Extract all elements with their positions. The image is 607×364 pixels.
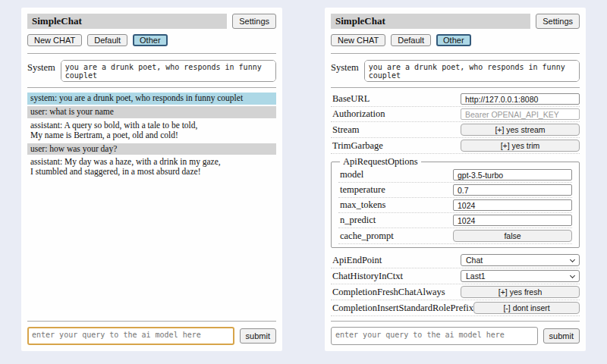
setting-label: n_predict <box>338 215 376 226</box>
setting-row-baseurl: BaseURL <box>331 92 580 107</box>
setting-label: BaseURL <box>331 93 370 105</box>
setting-label: Stream <box>331 124 359 136</box>
chat-message-user: user: how was your day? <box>27 143 276 155</box>
settings-button[interactable]: Settings <box>536 14 580 29</box>
setting-row-max-tokens: max_tokens <box>338 198 572 213</box>
settings-list: BaseURL Authorization Stream [+] yes str… <box>331 92 580 318</box>
new-chat-button[interactable]: New CHAT <box>27 34 82 46</box>
chat-history-selected-value: Last1 <box>466 271 486 281</box>
system-prompt-textarea[interactable]: you are a drunk poet, who responds in fu… <box>61 60 276 82</box>
session-toolbar: New CHAT Default Other <box>331 34 580 46</box>
divider <box>331 87 580 88</box>
query-row: submit <box>27 327 276 345</box>
app-title: SimpleChat <box>27 14 227 29</box>
page: SimpleChat Settings New CHAT Default Oth… <box>0 0 607 351</box>
completion-fresh-toggle-button[interactable]: [+] yes fresh <box>461 286 580 298</box>
chevron-down-icon <box>570 272 575 278</box>
setting-row-completion-insert-role-prefix: CompletionInsertStandardRolePrefix [-] d… <box>331 300 580 316</box>
api-endpoint-selected-value: Chat <box>466 256 483 265</box>
chat-message-user: user: what is your name <box>27 106 276 118</box>
setting-row-trimgarbage: TrimGarbage [+] yes trim <box>331 138 580 154</box>
submit-button[interactable]: submit <box>543 328 580 344</box>
session-tab-other[interactable]: Other <box>436 34 471 46</box>
setting-row-cache-prompt: cache_prompt false <box>338 228 572 244</box>
setting-row-completion-fresh-chat: CompletionFreshChatAlways [+] yes fresh <box>331 284 580 300</box>
system-prompt-row: System you are a drunk poet, who respond… <box>27 60 276 82</box>
session-toolbar: New CHAT Default Other <box>27 34 276 46</box>
model-input[interactable] <box>453 169 572 180</box>
divider <box>331 53 580 54</box>
divider <box>27 321 276 322</box>
setting-label: TrimGarbage <box>331 140 383 152</box>
setting-label: CompletionFreshChatAlways <box>331 287 445 298</box>
setting-row-temperature: temperature <box>338 183 572 198</box>
temperature-input[interactable] <box>453 184 572 196</box>
app-title: SimpleChat <box>331 14 530 29</box>
setting-label: ChatHistoryInCtxt <box>331 271 403 282</box>
settings-panel: SimpleChat Settings New CHAT Default Oth… <box>325 8 586 351</box>
query-input[interactable] <box>27 327 234 345</box>
completion-insert-toggle-button[interactable]: [-] dont insert <box>473 302 580 314</box>
submit-button[interactable]: submit <box>240 328 276 344</box>
baseurl-input[interactable] <box>461 93 580 105</box>
setting-label: model <box>338 169 363 180</box>
settings-button[interactable]: Settings <box>232 14 276 29</box>
system-label: System <box>27 60 55 82</box>
chat-panel: SimpleChat Settings New CHAT Default Oth… <box>21 8 282 351</box>
query-input[interactable] <box>331 327 538 345</box>
setting-row-n-predict: n_predict <box>338 213 572 228</box>
query-row: submit <box>331 327 580 345</box>
stream-toggle-button[interactable]: [+] yes stream <box>461 124 580 136</box>
setting-label: temperature <box>338 184 385 196</box>
session-tab-default[interactable]: Default <box>87 34 127 46</box>
chat-message-system: system: you are a drunk poet, who respon… <box>27 93 276 105</box>
setting-row-authorization: Authorization <box>331 107 580 122</box>
setting-label: ApiEndPoint <box>331 255 382 266</box>
setting-row-model: model <box>338 168 572 183</box>
system-prompt-textarea[interactable]: you are a drunk poet, who responds in fu… <box>364 60 580 82</box>
chevron-down-icon <box>570 256 575 262</box>
setting-label: Authorization <box>331 108 385 120</box>
chat-messages: system: you are a drunk poet, who respon… <box>27 93 276 318</box>
divider <box>27 87 276 88</box>
system-prompt-row: System you are a drunk poet, who respond… <box>331 60 580 82</box>
authorization-input[interactable] <box>461 108 580 120</box>
session-tab-other[interactable]: Other <box>133 34 168 46</box>
n-predict-input[interactable] <box>453 215 572 226</box>
chat-message-assistant: assistant: A query so bold, with a tale … <box>27 120 276 142</box>
new-chat-button[interactable]: New CHAT <box>331 34 385 46</box>
cache-prompt-toggle-button[interactable]: false <box>453 230 572 242</box>
chat-message-assistant: assistant: My day was a haze, with a dri… <box>27 156 276 178</box>
setting-row-chat-history-in-ctxt: ChatHistoryInCtxt Last1 <box>331 268 580 284</box>
settings-header: SimpleChat Settings <box>331 14 580 29</box>
divider <box>331 321 580 322</box>
divider <box>27 53 276 54</box>
setting-row-stream: Stream [+] yes stream <box>331 122 580 138</box>
system-label: System <box>331 60 359 82</box>
api-request-options-legend: ApiRequestOptions <box>340 156 421 168</box>
setting-row-api-endpoint: ApiEndPoint Chat <box>331 253 580 268</box>
chat-header: SimpleChat Settings <box>27 14 276 29</box>
session-tab-default[interactable]: Default <box>391 34 431 46</box>
api-endpoint-select[interactable]: Chat <box>461 254 580 266</box>
setting-label: cache_prompt <box>338 231 394 242</box>
api-request-options-fieldset: ApiRequestOptions model temperature max_… <box>331 156 580 248</box>
max-tokens-input[interactable] <box>453 199 572 211</box>
setting-label: CompletionInsertStandardRolePrefix <box>331 303 473 314</box>
trimgarbage-toggle-button[interactable]: [+] yes trim <box>461 140 580 152</box>
chat-history-select[interactable]: Last1 <box>461 270 580 282</box>
setting-label: max_tokens <box>338 199 385 211</box>
